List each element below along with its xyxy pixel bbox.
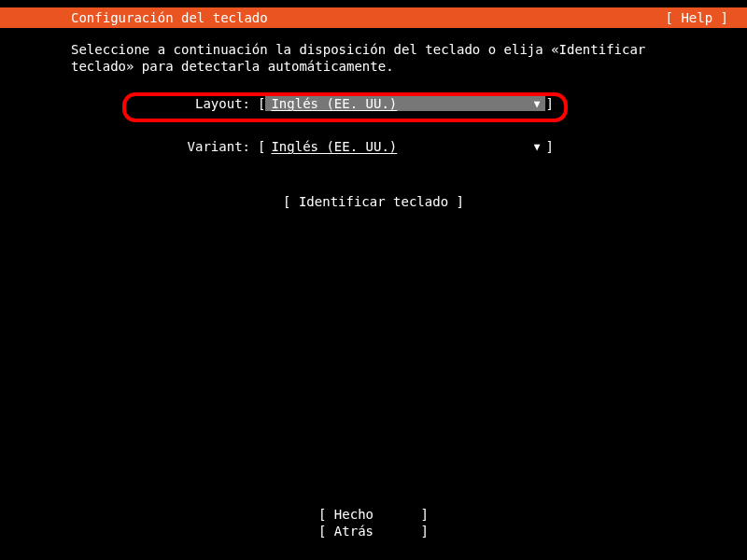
- form-area: Layout: [ Inglés (EE. UU.) ▼ ] Variant: …: [71, 91, 676, 209]
- back-button[interactable]: [ Atrás ]: [0, 523, 747, 539]
- identify-keyboard-button[interactable]: [ Identificar teclado ]: [283, 194, 464, 209]
- layout-dropdown-inner[interactable]: Inglés (EE. UU.) ▼: [265, 96, 545, 111]
- header-bar: Configuración del teclado [ Help ]: [0, 7, 747, 28]
- layout-value: Inglés (EE. UU.): [271, 96, 397, 111]
- variant-dropdown[interactable]: [ Inglés (EE. UU.) ▼ ]: [258, 139, 554, 154]
- variant-dropdown-inner[interactable]: Inglés (EE. UU.) ▼: [265, 139, 545, 154]
- layout-dropdown[interactable]: [ Inglés (EE. UU.) ▼ ]: [258, 96, 554, 111]
- variant-row: Variant: [ Inglés (EE. UU.) ▼ ]: [71, 134, 676, 159]
- variant-value: Inglés (EE. UU.): [271, 139, 397, 154]
- instructions-text: Seleccione a continuación la disposición…: [71, 41, 676, 75]
- footer-buttons: [ Hecho ] [ Atrás ]: [0, 506, 747, 539]
- content-area: Seleccione a continuación la disposición…: [0, 28, 747, 209]
- identify-row: [ Identificar teclado ]: [71, 194, 676, 209]
- layout-label: Layout:: [71, 96, 258, 111]
- bracket-close: ]: [545, 139, 553, 154]
- chevron-down-icon: ▼: [534, 141, 541, 153]
- page-title: Configuración del teclado: [71, 10, 268, 25]
- done-button[interactable]: [ Hecho ]: [0, 506, 747, 523]
- bracket-open: [: [258, 96, 265, 111]
- layout-row: Layout: [ Inglés (EE. UU.) ▼ ]: [71, 91, 676, 116]
- chevron-down-icon: ▼: [534, 98, 541, 110]
- help-button[interactable]: [ Help ]: [666, 10, 728, 25]
- variant-label: Variant:: [71, 139, 258, 154]
- bracket-open: [: [258, 139, 265, 154]
- bracket-close: ]: [545, 96, 553, 111]
